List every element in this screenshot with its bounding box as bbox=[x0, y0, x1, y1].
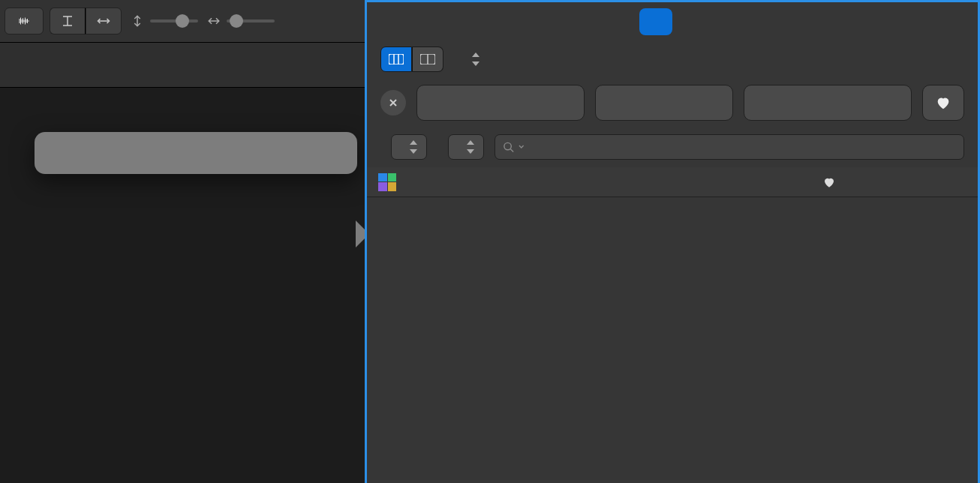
svg-point-5 bbox=[504, 142, 511, 149]
vertical-zoom-slider[interactable] bbox=[131, 14, 198, 28]
signature-select[interactable] bbox=[448, 134, 484, 160]
tabs-row bbox=[367, 2, 978, 41]
svg-line-6 bbox=[510, 149, 513, 152]
scale-select[interactable] bbox=[391, 134, 427, 160]
left-pane bbox=[0, 0, 365, 483]
vertical-snap-button[interactable] bbox=[50, 8, 86, 34]
svg-rect-0 bbox=[389, 54, 404, 64]
horizontal-snap-button[interactable] bbox=[86, 8, 122, 34]
chevron-updown-icon bbox=[465, 140, 476, 154]
loop-type-column-icon[interactable] bbox=[378, 173, 396, 191]
chevron-updown-icon bbox=[470, 52, 481, 67]
loop-types-popover bbox=[35, 132, 357, 174]
column-view-button[interactable] bbox=[380, 46, 412, 72]
favorites-filter-button[interactable] bbox=[922, 85, 964, 121]
chevron-down-icon bbox=[519, 144, 525, 150]
search-box[interactable] bbox=[495, 134, 964, 160]
tab-untagged-loops[interactable] bbox=[672, 8, 705, 35]
descriptors-filter-button[interactable] bbox=[744, 85, 912, 121]
chevron-updown-icon bbox=[408, 140, 419, 154]
loop-browser-panel bbox=[365, 0, 980, 483]
waveform-tool-button[interactable] bbox=[5, 8, 44, 34]
timeline-ruler[interactable] bbox=[0, 43, 365, 88]
table-header bbox=[367, 167, 978, 197]
horizontal-zoom-slider[interactable] bbox=[207, 14, 275, 28]
search-input[interactable] bbox=[529, 140, 956, 155]
column-header-favorite[interactable] bbox=[810, 176, 849, 189]
instrument-filter-button[interactable] bbox=[416, 85, 585, 121]
genre-filter-button[interactable] bbox=[595, 85, 733, 121]
soundpacks-dropdown[interactable] bbox=[464, 52, 481, 67]
clear-filters-button[interactable] bbox=[380, 90, 406, 116]
tab-apple-loops[interactable] bbox=[639, 8, 672, 35]
toolbar bbox=[0, 0, 365, 43]
button-view-button[interactable] bbox=[412, 46, 443, 72]
